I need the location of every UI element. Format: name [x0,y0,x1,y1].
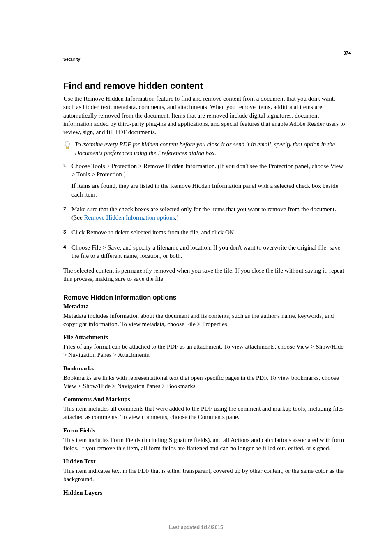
option-bookmarks: Bookmarks Bookmarks are links with repre… [63,365,347,391]
step-number: 2 [63,205,71,225]
tip-text: To examine every PDF for hidden content … [75,140,347,157]
remove-hidden-info-options-link[interactable]: Remove Hidden Information options [84,214,175,221]
option-description: This item indicates text in the PDF that… [63,467,347,483]
step-number: 3 [63,228,71,240]
document-page: 374 Security Find and remove hidden cont… [0,0,392,555]
steps-list: 1 Choose Tools > Protection > Remove Hid… [63,162,347,263]
page-footer: Last updated 1/14/2015 [0,525,392,530]
option-form-fields: Form Fields This item includes Form Fiel… [63,427,347,453]
step-number: 4 [63,243,71,264]
step-text: Choose Tools > Protection > Remove Hidde… [71,162,347,179]
step-text: If items are found, they are listed in t… [71,182,347,199]
step-3: 3 Click Remove to delete selected items … [63,228,347,240]
option-term: Comments And Markups [63,396,347,403]
svg-rect-1 [66,148,69,149]
option-file-attachments: File Attachments Files of any format can… [63,334,347,359]
step-text: Choose File > Save, and specify a filena… [71,243,347,260]
option-description: Files of any format can be attached to t… [63,342,347,359]
step-1: 1 Choose Tools > Protection > Remove Hid… [63,162,347,202]
step-2: 2 Make sure that the check boxes are sel… [63,205,347,225]
tip-note: To examine every PDF for hidden content … [63,140,347,157]
option-description: Bookmarks are links with representationa… [63,374,347,391]
page-number: 374 [341,50,351,56]
step-4: 4 Choose File > Save, and specify a file… [63,243,347,264]
breadcrumb: Security [63,57,347,62]
option-term: Metadata [63,303,347,310]
option-metadata: Metadata Metadata includes information a… [63,303,347,328]
option-description: Metadata includes information about the … [63,312,347,328]
option-term: File Attachments [63,334,347,341]
option-hidden-text: Hidden Text This item indicates text in … [63,458,347,483]
option-hidden-layers: Hidden Layers [63,489,347,496]
option-comments-markups: Comments And Markups This item includes … [63,396,347,421]
option-term: Hidden Layers [63,489,347,496]
intro-paragraph: Use the Remove Hidden Information featur… [63,95,347,136]
option-description: This item includes Form Fields (includin… [63,436,347,453]
option-description: This item includes all comments that wer… [63,405,347,421]
closing-paragraph: The selected content is permanently remo… [63,266,347,283]
step-number: 1 [63,162,71,202]
svg-point-0 [65,142,70,146]
section-heading: Remove Hidden Information options [63,294,347,301]
step-text: Click Remove to delete selected items fr… [71,228,347,236]
page-title: Find and remove hidden content [63,81,347,91]
option-term: Form Fields [63,427,347,434]
option-term: Hidden Text [63,458,347,465]
step-text: Make sure that the check boxes are selec… [71,205,347,222]
lightbulb-icon [64,141,72,152]
option-term: Bookmarks [63,365,347,372]
